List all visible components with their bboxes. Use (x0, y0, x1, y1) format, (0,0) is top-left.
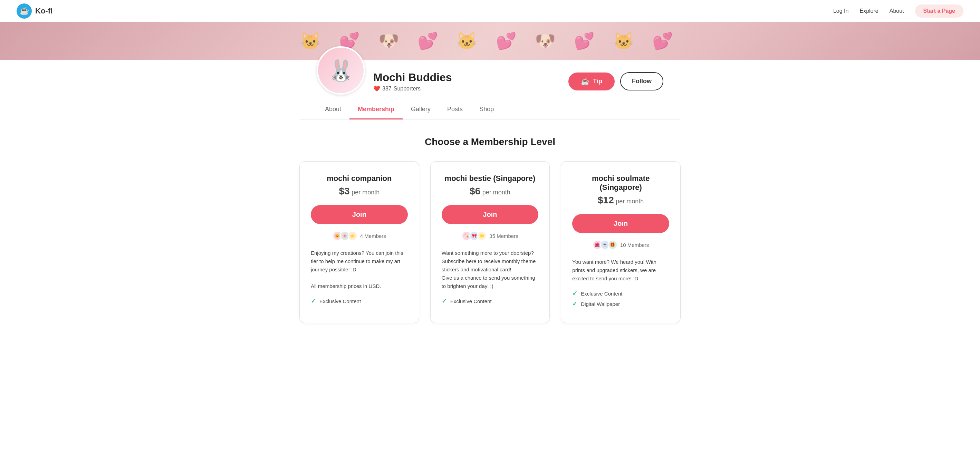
membership-section: Choose a Membership Level mochi companio… (283, 120, 697, 340)
benefit-label: Exclusive Content (320, 298, 361, 304)
membership-title: Choose a Membership Level (299, 137, 681, 148)
tab-about[interactable]: About (317, 100, 350, 119)
join-button-1[interactable]: Join (311, 205, 408, 224)
member-avatar: 🎁 (608, 240, 617, 250)
tab-posts[interactable]: Posts (439, 100, 471, 119)
supporters-count: ❤️ 387 Supporters (373, 85, 560, 92)
tabs-section: About Membership Gallery Posts Shop (300, 100, 680, 120)
check-icon: ✓ (442, 297, 447, 305)
members-row-3: 🌺 ☕ 🎁 10 Members (572, 240, 669, 250)
benefit-item: ✓ Exclusive Content (442, 297, 539, 305)
navbar: ☕ Ko-fi Log In Explore About Start a Pag… (0, 0, 980, 22)
tab-gallery[interactable]: Gallery (402, 100, 439, 119)
tier-name-1: mochi companion (311, 174, 408, 183)
price-amount-1: $3 (339, 186, 350, 197)
join-button-3[interactable]: Join (572, 214, 669, 233)
profile-section: 🐰 Mochi Buddies ❤️ 387 Supporters ☕ Tip … (300, 46, 680, 95)
nav-explore[interactable]: Explore (859, 8, 878, 14)
card-description-2: Want something more to your doorstep? Su… (442, 249, 539, 290)
start-page-button[interactable]: Start a Page (915, 5, 963, 17)
price-period-2: per month (482, 189, 511, 196)
benefit-item: ✓ Digital Wallpaper (572, 300, 669, 308)
nav-about[interactable]: About (889, 8, 904, 14)
check-icon: ✓ (572, 290, 578, 297)
tabs: About Membership Gallery Posts Shop (317, 100, 663, 119)
tier-price-3: $12 per month (572, 195, 669, 206)
benefit-label: Digital Wallpaper (581, 301, 620, 307)
price-amount-3: $12 (598, 195, 614, 205)
members-count-1: 4 Members (360, 233, 386, 239)
follow-button[interactable]: Follow (620, 72, 663, 90)
profile-name: Mochi Buddies (373, 71, 560, 84)
member-avatars-1: 🐱 🌸 ⭐ (332, 231, 357, 241)
benefit-label: Exclusive Content (581, 291, 622, 297)
supporters-number: 387 (382, 86, 391, 92)
tab-shop[interactable]: Shop (471, 100, 502, 119)
check-icon: ✓ (311, 297, 316, 305)
benefits-list-2: ✓ Exclusive Content (442, 297, 539, 305)
members-row-2: 🍡 🎀 🌟 35 Members (442, 231, 539, 241)
benefits-list-3: ✓ Exclusive Content ✓ Digital Wallpaper (572, 290, 669, 308)
membership-cards-grid: mochi companion $3 per month Join 🐱 🌸 ⭐ … (299, 161, 681, 323)
supporters-label: Supporters (394, 86, 421, 92)
tier-price-2: $6 per month (442, 186, 539, 197)
logo-text: Ko-fi (35, 6, 52, 16)
avatar-emoji: 🐰 (328, 58, 354, 83)
member-avatar: ⭐ (348, 231, 357, 241)
card-description-1: Enjoying my creations? You can join this… (311, 249, 408, 290)
logo-link[interactable]: ☕ Ko-fi (17, 3, 52, 19)
membership-card-bestie: mochi bestie (Singapore) $6 per month Jo… (430, 161, 550, 323)
coffee-cup-icon: ☕ (581, 77, 589, 86)
members-count-2: 35 Members (489, 233, 518, 239)
card-description-3: You want more? We heard you! With prints… (572, 258, 669, 283)
price-period-1: per month (352, 189, 380, 196)
tier-name-3: mochi soulmate (Singapore) (572, 174, 669, 192)
members-row-1: 🐱 🌸 ⭐ 4 Members (311, 231, 408, 241)
profile-info: Mochi Buddies ❤️ 387 Supporters (373, 71, 560, 95)
tip-label: Tip (593, 78, 602, 85)
nav-login[interactable]: Log In (833, 8, 848, 14)
join-button-2[interactable]: Join (442, 205, 539, 224)
benefit-item: ✓ Exclusive Content (311, 297, 408, 305)
logo-icon: ☕ (17, 3, 32, 19)
tip-button[interactable]: ☕ Tip (568, 73, 615, 90)
benefits-list-1: ✓ Exclusive Content (311, 297, 408, 305)
avatar: 🐰 (317, 46, 365, 95)
nav-links: Log In Explore About Start a Page (833, 5, 963, 17)
member-avatars-3: 🌺 ☕ 🎁 (593, 240, 617, 250)
benefit-label: Exclusive Content (450, 298, 492, 304)
member-avatars-2: 🍡 🎀 🌟 (462, 231, 487, 241)
check-icon: ✓ (572, 300, 578, 308)
benefit-item: ✓ Exclusive Content (572, 290, 669, 297)
membership-card-soulmate: mochi soulmate (Singapore) $12 per month… (561, 161, 681, 323)
member-avatar: 🌟 (477, 231, 487, 241)
tab-membership[interactable]: Membership (350, 100, 402, 119)
members-count-3: 10 Members (620, 242, 649, 248)
profile-actions: ☕ Tip Follow (568, 72, 663, 95)
membership-card-companion: mochi companion $3 per month Join 🐱 🌸 ⭐ … (299, 161, 419, 323)
tier-price-1: $3 per month (311, 186, 408, 197)
price-amount-2: $6 (469, 186, 480, 197)
tier-name-2: mochi bestie (Singapore) (442, 174, 539, 183)
price-period-3: per month (616, 198, 644, 205)
heart-icon: ❤️ (373, 85, 380, 92)
